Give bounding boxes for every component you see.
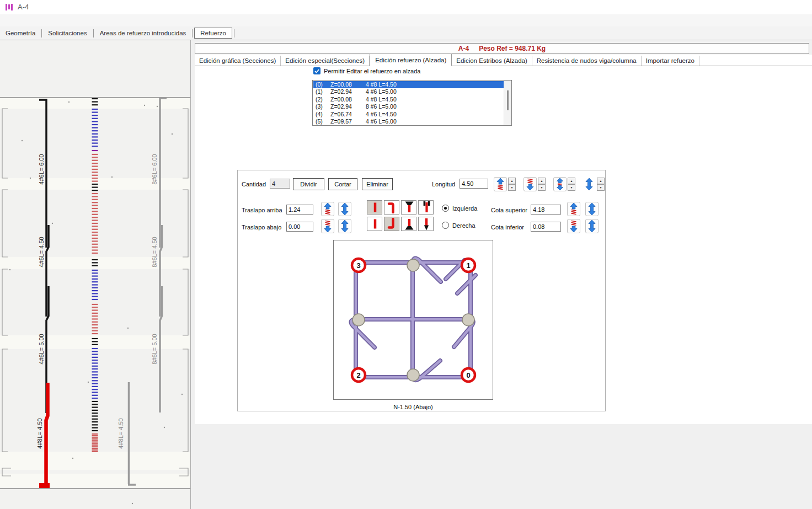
cortar-button[interactable]: Cortar [328,178,357,190]
svg-text:4#6L= 6.00: 4#6L= 6.00 [38,154,45,184]
tab-divider [93,29,94,37]
grow-both-button[interactable] [553,177,567,191]
sub-tab-1[interactable]: Edición gráfica (Secciones) [195,56,281,66]
sub-tab-6[interactable]: Importar refuerzo [642,56,699,66]
rebar-end-hook-bottom-icon [384,217,399,231]
end-bottom-hook-toggle[interactable] [384,217,399,231]
traslapo-abajo-move-button[interactable] [338,219,351,233]
radio-izquierda-label: Izquierda [452,205,477,212]
radio-dot-icon [442,222,449,229]
spinner-down-button[interactable]: ▼ [508,184,516,191]
section-drawing[interactable]: 3 1 2 0 [334,240,493,399]
spinner-down-button[interactable]: ▼ [538,184,546,191]
traslapo-arriba-input[interactable] [286,205,313,215]
main-tab-solicitaciones[interactable]: Solicitaciones [44,28,91,39]
cota-superior-stretch-button[interactable] [567,202,580,216]
cota-inferior-stretch-button[interactable] [567,219,580,233]
traslapo-arriba-move-button[interactable] [338,202,351,216]
main-tab-areas-de-refuerzo-introducidas[interactable]: Areas de refuerzo introducidas [95,28,191,39]
checkbox-label: Permitir Editar el refuerzo en alzada [324,68,420,74]
cota-inferior-input[interactable] [531,222,561,232]
title-bar: A-4 [0,0,812,14]
scrollbar-thumb[interactable] [507,90,509,110]
checkbox-checked-icon[interactable] [313,67,320,74]
bar-number-top-right: 1 [466,261,470,270]
sub-tab-3[interactable]: Edición refuerzo (Alzada) [370,53,452,66]
stretch-down-icon [323,220,332,232]
end-top-plate-toggle[interactable] [401,200,416,215]
traslapo-abajo-label: Traslapo abajo [242,224,281,231]
spinner-up-button[interactable]: ▲ [597,178,605,184]
sub-tab-4[interactable]: Edicion Estribos (Alzada) [452,56,532,66]
sub-tab-5[interactable]: Resistencia de nudos viga/columna [532,56,642,66]
svg-text:8#6L= 4.50: 8#6L= 4.50 [151,237,158,267]
bar-number-bottom-left: 2 [356,371,360,379]
end-bottom-straight-toggle[interactable] [367,217,382,231]
main-tab-refuerzo[interactable]: Refuerzo [194,28,232,39]
move-spin-group: ▲ ▼ [583,177,605,191]
section-caption: N-1.50 (Abajo) [333,404,493,410]
spinner-up-button[interactable]: ▲ [538,178,546,184]
svg-text:4#8L= 4.50: 4#8L= 4.50 [36,418,43,448]
end-top-hook-toggle[interactable] [384,200,399,215]
window-title: A-4 [18,3,29,11]
grow-bottom-spinner: ▲ ▼ [538,178,546,191]
allow-edit-checkbox-row[interactable]: Permitir Editar el refuerzo en alzada [313,67,420,74]
end-bottom-plate-toggle[interactable] [401,217,416,231]
rebar-list-rows: (0)Z=00.084 #8 L=4.50(1)Z=02.944 #6 L=5.… [313,81,504,125]
move-spinner: ▲ ▼ [597,178,605,191]
listbox-scrollbar[interactable] [504,81,511,125]
rebar-list-item[interactable]: (1)Z=02.944 #6 L=5.00 [313,88,504,95]
end-top-fork-toggle[interactable] [418,200,434,215]
radio-izquierda[interactable]: Izquierda [442,205,477,212]
tab-divider [41,29,42,37]
spinner-down-button[interactable]: ▼ [597,184,605,191]
rebar-list-item[interactable]: (3)Z=02.948 #6 L=5.00 [313,103,504,110]
grow-bottom-button[interactable] [523,177,537,191]
traslapo-arriba-label: Traslapo arriba [242,207,282,213]
grow-top-button[interactable] [494,177,507,191]
longitud-input[interactable] [460,179,488,189]
header-band: A-4Peso Ref = 948.71 Kg [195,43,809,54]
application-window: A-4 GeometríaSolicitacionesAreas de refu… [0,0,812,509]
main-tab-geometría[interactable]: Geometría [1,28,40,39]
traslapo-arriba-stretch-button[interactable] [321,202,334,216]
cantidad-input [270,179,290,189]
radio-derecha[interactable]: Derecha [442,222,476,229]
eliminar-button[interactable]: Eliminar [362,178,393,190]
move-vertical-glyph [583,177,596,191]
end-top-straight-toggle[interactable] [367,200,382,215]
stretch-up-icon [496,178,505,190]
rebar-list-item[interactable]: (4)Z=06.744 #6 L=4.50 [313,111,504,118]
longitud-label: Longitud [432,181,455,187]
end-bottom-arrow-toggle[interactable] [418,217,434,231]
radio-dot-icon [442,205,449,212]
grow-top-spin-group: ▲ ▼ [494,177,516,191]
bar-number-top-left: 3 [356,261,360,270]
grow-top-spinner: ▲ ▼ [508,178,516,191]
traslapo-abajo-input[interactable] [286,222,313,232]
rebar-list-item[interactable]: (0)Z=00.084 #8 L=4.50 [313,81,504,88]
cota-inferior-move-button[interactable] [585,219,599,233]
sub-tab-2[interactable]: Edición especial(Secciones) [281,56,370,66]
rebar-list-item[interactable]: (5)Z=09.574 #6 L=6.00 [313,118,504,125]
stretch-down-icon [526,178,535,190]
spinner-up-button[interactable]: ▲ [568,178,575,184]
dividir-button[interactable]: Dividir [293,178,324,190]
spinner-down-button[interactable]: ▼ [568,184,575,191]
move-vertical-icon [587,203,596,215]
spinner-up-button[interactable]: ▲ [508,178,516,184]
cota-superior-move-button[interactable] [585,202,599,216]
cota-superior-input[interactable] [531,205,561,215]
rebar-list-item[interactable]: (2)Z=00.084 #8 L=4.50 [313,96,504,103]
app-icon [6,4,14,10]
grow-both-spin-group: ▲ ▼ [553,177,575,191]
rebar-listbox[interactable]: (0)Z=00.084 #8 L=4.50(1)Z=02.944 #6 L=5.… [312,80,512,126]
rebar-end-fork-top-icon [419,200,433,215]
rebar-end-straight-bottom-icon [367,217,382,231]
rebar-end-straight-top-icon [367,200,382,215]
traslapo-abajo-stretch-button[interactable] [321,219,334,233]
elevation-canvas[interactable]: 4#6L= 6.008#6L= 6.004#6L= 4.508#6L= 4.50… [0,40,190,509]
cota-superior-label: Cota superior [491,207,527,213]
rebar-end-hook-top-icon [384,200,399,215]
